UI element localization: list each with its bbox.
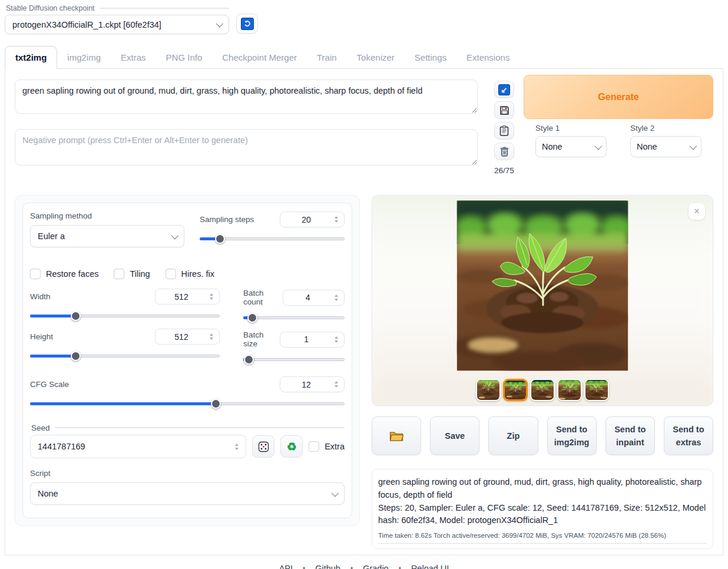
thumbnail-1[interactable]	[476, 379, 501, 401]
tab-settings[interactable]: Settings	[405, 47, 456, 68]
sampling-method-select[interactable]: Euler a	[30, 225, 184, 247]
footer-link-api[interactable]: API	[279, 564, 293, 569]
apply-style-button[interactable]	[494, 122, 514, 140]
sampling-steps-slider[interactable]	[200, 234, 345, 244]
hires-fix-checkbox[interactable]: Hires. fix	[166, 269, 214, 279]
zip-button[interactable]: Zip	[488, 416, 538, 455]
generation-info-panel: green sapling rowing out of ground, mud,…	[372, 469, 713, 549]
style2-select[interactable]: None	[630, 136, 701, 157]
checkbox-icon	[114, 269, 124, 279]
generated-image[interactable]	[457, 200, 628, 371]
cfg-scale-input[interactable]: 12	[280, 376, 345, 392]
footer-link-github[interactable]: Github	[315, 564, 340, 569]
gallery-actions: Save Zip Send to img2img Send to inpaint…	[372, 416, 713, 455]
reuse-seed-button[interactable]: ♻	[280, 435, 303, 458]
footer-link-reload-ui[interactable]: Reload UI	[411, 564, 449, 569]
height-slider[interactable]	[30, 351, 220, 361]
sampling-steps-input[interactable]: 20	[280, 211, 345, 227]
checkpoint-value: protogenX34OfficialR_1.ckpt [60fe2f34]	[12, 20, 211, 29]
batch-size-input[interactable]: 1	[280, 332, 345, 348]
prompt-textarea[interactable]: green sapling rowing out of ground, mud,…	[15, 80, 478, 114]
thumbnail-strip	[476, 379, 609, 401]
spinner-icon[interactable]	[332, 336, 340, 343]
restore-faces-checkbox[interactable]: Restore faces	[30, 269, 98, 279]
floppy-disk-icon	[499, 105, 509, 115]
tab-checkpoint-merger[interactable]: Checkpoint Merger	[212, 47, 307, 68]
token-counter: 26/75	[494, 166, 514, 175]
spinner-icon[interactable]	[207, 293, 216, 300]
open-folder-button[interactable]	[372, 416, 421, 455]
chevron-down-icon	[171, 231, 179, 239]
close-gallery-button[interactable]: ×	[689, 203, 705, 220]
batch-count-input[interactable]: 4	[283, 290, 345, 306]
style1-select[interactable]: None	[535, 136, 607, 157]
seed-input[interactable]: 1441787169	[30, 435, 246, 458]
script-label: Script	[30, 469, 345, 478]
spinner-icon[interactable]	[233, 444, 241, 450]
refresh-icon	[241, 18, 254, 30]
chevron-down-icon	[690, 142, 697, 150]
seed-label-line	[55, 427, 345, 428]
style1-label: Style 1	[535, 124, 607, 133]
extra-seed-checkbox[interactable]: Extra	[309, 441, 345, 452]
cfg-scale-slider[interactable]	[30, 399, 345, 409]
chevron-down-icon	[216, 20, 224, 28]
script-select[interactable]: None	[30, 482, 345, 505]
seed-label: Seed	[31, 424, 50, 432]
chevron-down-icon	[595, 142, 603, 150]
tab-png-info[interactable]: PNG Info	[156, 47, 213, 68]
send-to-img2img-button[interactable]: Send to img2img	[547, 416, 597, 455]
spinner-icon[interactable]	[207, 333, 216, 340]
generate-button[interactable]: Generate	[524, 75, 713, 119]
width-label: Width	[30, 292, 51, 301]
recycle-icon: ♻	[287, 441, 297, 452]
clipboard-icon	[499, 125, 509, 136]
prompt-column: green sapling rowing out of ground, mud,…	[15, 80, 478, 175]
batch-count-label: Batch count	[243, 289, 283, 306]
save-style-button[interactable]	[494, 101, 514, 119]
thumbnail-5[interactable]	[584, 379, 609, 401]
txt2img-panel: green sapling rowing out of ground, mud,…	[5, 69, 723, 555]
sampling-method-label: Sampling method	[30, 211, 184, 220]
tab-extras[interactable]: Extras	[111, 47, 156, 68]
folder-icon	[389, 431, 403, 441]
tab-train[interactable]: Train	[307, 47, 347, 68]
clear-prompt-button[interactable]	[494, 143, 514, 160]
checkpoint-label: Stable Diffusion checkpoint	[6, 4, 95, 12]
batch-size-slider[interactable]	[243, 355, 345, 365]
send-to-extras-button[interactable]: Send to extras	[664, 416, 713, 455]
height-input[interactable]: 512	[155, 329, 220, 345]
output-column: ×	[372, 195, 713, 549]
thumbnail-4[interactable]	[557, 379, 582, 401]
send-to-inpaint-button[interactable]: Send to inpaint	[605, 416, 655, 455]
paste-params-button[interactable]: ↙	[494, 81, 514, 98]
close-icon: ×	[694, 206, 700, 217]
footer-link-gradio[interactable]: Gradio	[363, 564, 389, 569]
negative-prompt-textarea[interactable]	[15, 129, 478, 166]
checkpoint-group: Stable Diffusion checkpoint protogenX34O…	[5, 4, 229, 34]
tab-extensions[interactable]: Extensions	[456, 47, 519, 68]
tiling-checkbox[interactable]: Tiling	[114, 269, 150, 279]
trash-icon	[500, 147, 509, 157]
output-time-text: Time taken: 8.62s Torch active/reserved:…	[378, 532, 707, 544]
thumbnail-2-selected[interactable]	[503, 379, 528, 401]
thumbnail-3[interactable]	[530, 379, 555, 401]
tab-img2img[interactable]: img2img	[57, 47, 111, 68]
tab-bar: txt2img img2img Extras PNG Info Checkpoi…	[5, 46, 723, 69]
sampling-method-value: Euler a	[38, 231, 167, 241]
refresh-checkpoint-button[interactable]	[236, 14, 258, 34]
spinner-icon[interactable]	[332, 381, 340, 388]
batch-size-label: Batch size	[243, 330, 280, 348]
width-slider[interactable]	[30, 311, 220, 321]
save-button[interactable]: Save	[430, 416, 479, 455]
width-input[interactable]: 512	[155, 289, 220, 305]
spinner-icon[interactable]	[332, 216, 340, 223]
tab-tokenizer[interactable]: Tokenizer	[347, 47, 405, 68]
random-seed-button[interactable]	[252, 435, 274, 458]
batch-count-slider[interactable]	[243, 313, 345, 323]
tab-txt2img[interactable]: txt2img	[5, 46, 57, 69]
checkpoint-select[interactable]: protogenX34OfficialR_1.ckpt [60fe2f34]	[5, 15, 229, 34]
spinner-icon[interactable]	[332, 295, 340, 301]
chevron-down-icon	[332, 489, 339, 497]
style1-value: None	[542, 142, 590, 151]
